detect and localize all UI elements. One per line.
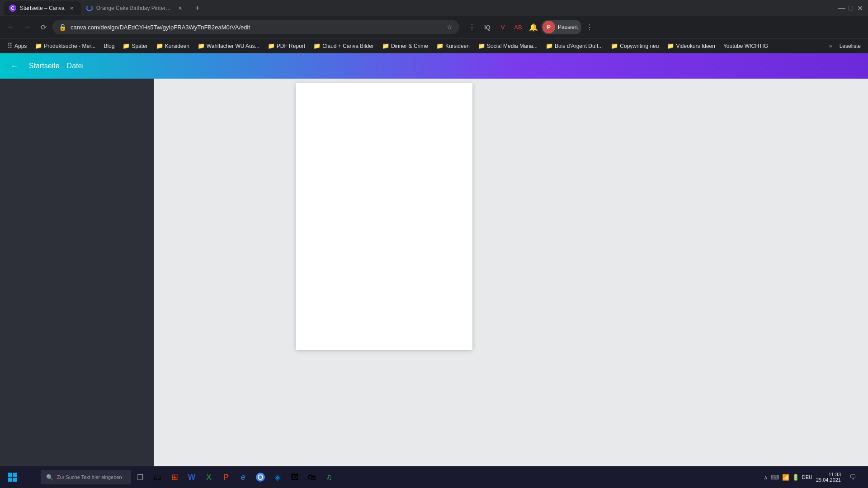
folder-icon-6: 📁 [313, 42, 321, 49]
folder-icon-9: 📁 [478, 42, 485, 49]
canvas-page [296, 83, 472, 350]
folder-icon-4: 📁 [198, 42, 205, 49]
tab-canva-close[interactable]: ✕ [68, 5, 75, 12]
task-view-button[interactable]: ❐ [132, 469, 148, 485]
iq-icon[interactable]: IQ [480, 20, 495, 34]
tab-canva-title: Startseite – Canva [20, 5, 65, 11]
windows-taskbar: 🔍 Zur Suche Text hier eingeben ❐ 🗂 ⊞ W X… [0, 466, 868, 488]
bookmark-wahlfaecher[interactable]: 📁 Wahlfächer WU Aus... [194, 41, 263, 51]
canva-file-menu[interactable]: Datei [67, 62, 84, 70]
extensions-icon[interactable]: ⋮ [465, 20, 479, 34]
bookmark-socialmedia[interactable]: 📁 Social Media Mana... [474, 41, 541, 51]
folder-icon-11: 📁 [611, 42, 618, 49]
profile-label: Pausiert [558, 24, 578, 30]
adblock-icon[interactable]: AB [511, 20, 525, 34]
bookmark-kursideen2[interactable]: 📁 Kursideen [433, 41, 473, 51]
menu-button[interactable]: ⋮ [582, 20, 597, 34]
bookmark-canva[interactable]: 📁 Claud + Canva Bilder [310, 41, 377, 51]
bookmark-pdfreport[interactable]: 📁 PDF Report [264, 41, 309, 51]
notification-icon[interactable]: 🔔 [526, 20, 541, 34]
folder-icon-5: 📁 [268, 42, 275, 49]
bookmark-spaeter[interactable]: 📁 Später [119, 41, 151, 51]
bookmark-kursideen1[interactable]: 📁 Kursideen [152, 41, 193, 51]
browser-toolbar: ⋮ IQ V AB 🔔 P Pausiert ⋮ [465, 20, 597, 34]
photos-icon[interactable]: 🖼 [287, 469, 303, 485]
folder-icon-8: 📁 [436, 42, 443, 49]
back-button[interactable]: ← [4, 20, 18, 34]
canva-favicon: C [9, 5, 16, 12]
canva-left-panel [0, 79, 154, 488]
explorer-icon[interactable]: 🗂 [149, 469, 165, 485]
address-bar-row: ← → ⟳ 🔒 canva.com/design/DAEdCYHs5Tw/gyI… [0, 16, 868, 38]
browser-window: C Startseite – Canva ✕ Orange Cake Birth… [0, 0, 868, 488]
window-controls: — □ ✕ [839, 5, 864, 11]
bookmark-videokurs[interactable]: 📁 Videokurs Ideen [663, 41, 719, 51]
taskbar-system-tray: ∧ ⌨ 📶 🔋 DEU 11:33 29.04.2021 🗨 [764, 469, 864, 485]
tab-bar: C Startseite – Canva ✕ Orange Cake Birth… [0, 0, 868, 16]
bookmark-bois[interactable]: 📁 Bois d'Argent Duft... [542, 41, 606, 51]
folder-icon-10: 📁 [546, 42, 553, 49]
profile-avatar: P [542, 21, 555, 33]
url-text: canva.com/design/DAEdCYHs5Tw/gyIpFRA3WyT… [71, 24, 441, 31]
bookmarks-bar: ⠿ Apps 📁 Produktsuche - Mer... Blog 📁 Sp… [0, 38, 868, 53]
time-display: 11:33 [828, 472, 841, 477]
edge-icon[interactable]: ◈ [269, 469, 286, 485]
windows-start-button[interactable] [4, 466, 22, 488]
canva-header: ← Startseite Datei [0, 53, 868, 79]
powerpoint-icon[interactable]: P [218, 469, 234, 485]
canvas-area[interactable] [154, 79, 868, 488]
tab-pinterest-title: Orange Cake Birthday Pinterest ... [96, 5, 173, 11]
bookmark-produktsuche[interactable]: 📁 Produktsuche - Mer... [31, 41, 99, 51]
canva-workspace [0, 79, 868, 488]
new-tab-button[interactable]: + [191, 2, 204, 14]
date-display: 29.04.2021 [816, 477, 841, 483]
bookmark-blog[interactable]: Blog [100, 41, 118, 51]
taskbar-search-text: Zur Suche Text hier eingeben [57, 474, 122, 480]
word-icon[interactable]: W [184, 469, 200, 485]
lock-icon: 🔒 [58, 23, 67, 32]
tab-loading-spinner [86, 5, 93, 11]
minimize-button[interactable]: — [839, 5, 844, 11]
address-bar[interactable]: 🔒 canva.com/design/DAEdCYHs5Tw/gyIpFRA3W… [52, 20, 459, 34]
tray-lang: DEU [802, 474, 812, 480]
bookmark-apps[interactable]: ⠿ Apps [4, 40, 30, 52]
office-icon[interactable]: ⊞ [166, 469, 183, 485]
bookmark-dinner[interactable]: 📁 Dinner & Crime [378, 41, 432, 51]
folder-icon-2: 📁 [123, 42, 130, 49]
store-icon[interactable]: 🛍 [304, 469, 320, 485]
folder-icon-3: 📁 [156, 42, 163, 49]
tab-pinterest-close[interactable]: ✕ [177, 5, 184, 12]
forward-button[interactable]: → [20, 20, 34, 34]
close-button[interactable]: ✕ [857, 5, 863, 11]
tray-wifi-icon[interactable]: 📶 [782, 474, 789, 481]
address-icons: ☆ [445, 23, 454, 32]
bookmark-youtube[interactable]: Youtube WICHTIG [720, 41, 772, 51]
reload-button[interactable]: ⟳ [36, 20, 51, 34]
bookmark-star-icon[interactable]: ☆ [445, 23, 454, 32]
bookmark-copywriting[interactable]: 📁 Copywriting neu [607, 41, 662, 51]
chrome-icon[interactable] [252, 469, 269, 485]
tab-pinterest[interactable]: Orange Cake Birthday Pinterest ... ✕ [81, 1, 189, 15]
tray-icons: ∧ ⌨ 📶 🔋 DEU [764, 474, 812, 481]
tab-canva[interactable]: C Startseite – Canva ✕ [4, 1, 81, 15]
tray-chevron-icon[interactable]: ∧ [764, 474, 768, 481]
profile-button[interactable]: P Pausiert [542, 20, 581, 34]
vivaldi-icon[interactable]: V [495, 20, 510, 34]
more-bookmarks-button[interactable]: » [826, 41, 835, 51]
leseliste-button[interactable]: Leseliste [836, 41, 864, 51]
spotify-icon[interactable]: ♫ [321, 469, 337, 485]
canva-home-link[interactable]: Startseite [29, 62, 60, 70]
tray-battery-icon: 🔋 [792, 474, 799, 481]
folder-icon-12: 📁 [667, 42, 674, 49]
windows-logo-icon [8, 473, 17, 482]
svg-point-2 [259, 475, 262, 479]
canva-back-button[interactable]: ← [7, 59, 22, 73]
taskbar-time[interactable]: 11:33 29.04.2021 [816, 472, 841, 483]
excel-icon[interactable]: X [201, 469, 217, 485]
maximize-button[interactable]: □ [848, 5, 854, 11]
notification-center-button[interactable]: 🗨 [844, 469, 861, 485]
folder-icon: 📁 [35, 42, 42, 49]
edge-legacy-icon[interactable]: e [235, 469, 251, 485]
taskbar-search[interactable]: 🔍 Zur Suche Text hier eingeben [41, 470, 131, 484]
canva-app: ← Startseite Datei [0, 53, 868, 488]
